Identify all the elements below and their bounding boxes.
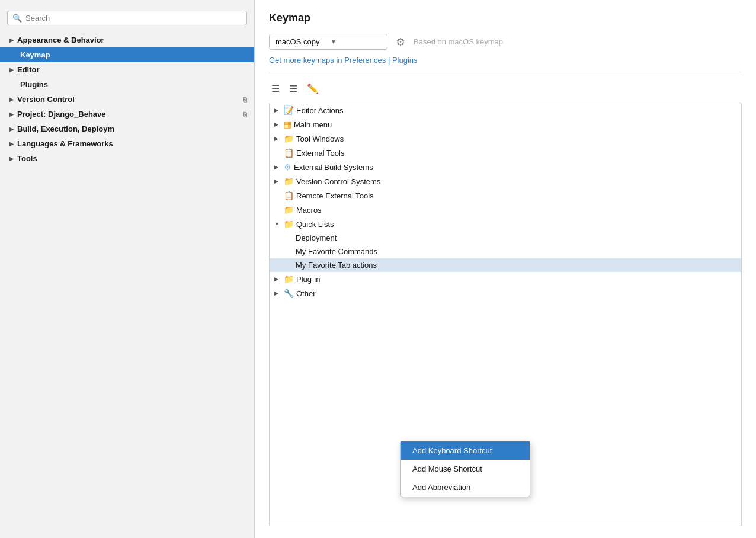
tree-item-label: External Build Systems (294, 163, 373, 172)
page-title: Keymap (269, 12, 742, 24)
keymap-controls: macOS copy ▼ ⚙ Based on macOS keymap (269, 34, 742, 50)
collapse-all-button[interactable]: ☰ (287, 82, 300, 95)
context-menu-item-add-abbreviation[interactable]: Add Abbreviation (401, 478, 530, 497)
collapse-all-icon: ☰ (289, 83, 297, 94)
sidebar-item-label: Languages & Frameworks (17, 139, 113, 148)
context-menu-item-add-keyboard[interactable]: Add Keyboard Shortcut (401, 441, 530, 460)
tree-items: ▶📝Editor Actions▶▦Main menu▶📁Tool Window… (270, 103, 741, 300)
sidebar-item-project[interactable]: ▶Project: Django_Behave⎘ (0, 107, 254, 121)
chevron-icon: ▶ (274, 121, 281, 127)
chevron-right-icon: ▶ (9, 111, 14, 117)
tree-item-editor-actions[interactable]: ▶📝Editor Actions (270, 103, 741, 117)
sidebar-item-label: Tools (17, 154, 37, 163)
toolbar: ☰ ☰ ✏️ (269, 79, 742, 98)
gear-button[interactable]: ⚙ (395, 34, 406, 50)
tree-item-label: Version Control Systems (296, 177, 380, 186)
sidebar-item-build[interactable]: ▶Build, Execution, Deploym (0, 121, 254, 136)
sidebar-items: ▶Appearance & BehaviorKeymap▶EditorPlugi… (0, 33, 254, 166)
sidebar-item-label: Project: Django_Behave (17, 110, 106, 119)
edit-icon: ✏️ (307, 83, 319, 94)
tree-item-label: Editor Actions (296, 106, 344, 115)
search-bar[interactable]: 🔍 (7, 11, 247, 25)
edit-button[interactable]: ✏️ (305, 82, 321, 95)
separator: | (388, 56, 392, 65)
chevron-icon: ▶ (274, 107, 281, 113)
sidebar-item-label: Editor (17, 65, 40, 74)
tree-item-main-menu[interactable]: ▶▦Main menu (270, 117, 741, 132)
expand-all-button[interactable]: ☰ (269, 82, 282, 95)
sidebar-item-languages[interactable]: ▶Languages & Frameworks (0, 136, 254, 151)
sidebar-item-editor[interactable]: ▶Editor (0, 62, 254, 77)
folder-icon: 📋 (284, 148, 294, 158)
tree-item-label: My Favorite Commands (296, 247, 377, 256)
tree-item-label: Other (296, 289, 316, 298)
sidebar: 🔍 ▶Appearance & BehaviorKeymap▶EditorPlu… (0, 0, 255, 538)
tree-item-my-favorite-commands[interactable]: My Favorite Commands (270, 245, 741, 258)
folder-icon: 🔧 (284, 289, 294, 298)
tree-item-external-tools[interactable]: 📋External Tools (270, 146, 741, 160)
sidebar-item-version-control[interactable]: ▶Version Control⎘ (0, 92, 254, 107)
divider (269, 73, 742, 73)
tree-item-label: Deployment (296, 233, 337, 242)
copy-icon: ⎘ (243, 111, 247, 118)
chevron-icon: ▶ (274, 164, 281, 170)
keymap-dropdown[interactable]: macOS copy ▼ (269, 34, 387, 50)
folder-icon: 📁 (284, 177, 294, 186)
keymap-dropdown-value: macOS copy (276, 37, 326, 46)
tree-item-remote-external[interactable]: 📋Remote External Tools (270, 188, 741, 203)
tree-item-other[interactable]: ▶🔧Other (270, 286, 741, 300)
context-menu-items: Add Keyboard ShortcutAdd Mouse ShortcutA… (401, 441, 530, 497)
sidebar-item-label: Build, Execution, Deploym (17, 124, 114, 133)
sidebar-item-label: Plugins (20, 80, 48, 89)
tree-item-label: Quick Lists (296, 220, 334, 229)
folder-icon: 📋 (284, 191, 294, 200)
folder-icon: 📁 (284, 219, 294, 229)
folder-icon: 📝 (284, 105, 294, 115)
chevron-down-icon: ▼ (331, 39, 381, 45)
tree-view: ▶📝Editor Actions▶▦Main menu▶📁Tool Window… (269, 103, 742, 526)
sidebar-item-tools[interactable]: ▶Tools (0, 151, 254, 166)
chevron-icon: ▶ (274, 136, 281, 142)
tree-item-tool-windows[interactable]: ▶📁Tool Windows (270, 132, 741, 146)
chevron-icon: ▶ (274, 178, 281, 184)
chevron-icon: ▶ (274, 276, 281, 282)
chevron-right-icon: ▶ (9, 67, 14, 73)
main-content: Keymap macOS copy ▼ ⚙ Based on macOS key… (255, 0, 756, 538)
tree-item-label: Main menu (294, 120, 332, 129)
keymaps-link: Get more keymaps in Preferences | Plugin… (269, 56, 742, 65)
chevron-right-icon: ▶ (9, 156, 14, 162)
sidebar-item-appearance[interactable]: ▶Appearance & Behavior (0, 33, 254, 47)
tree-item-version-control-systems[interactable]: ▶📁Version Control Systems (270, 174, 741, 188)
tree-item-label: Plug-in (296, 275, 320, 284)
tree-item-deployment[interactable]: Deployment (270, 231, 741, 245)
plugins-link[interactable]: Plugins (392, 56, 418, 65)
context-menu-item-add-mouse[interactable]: Add Mouse Shortcut (401, 460, 530, 478)
tree-item-label: Tool Windows (296, 134, 344, 143)
tree-item-macros[interactable]: 📁Macros (270, 203, 741, 217)
context-menu: Add Keyboard ShortcutAdd Mouse ShortcutA… (400, 441, 530, 497)
get-more-keymaps-link[interactable]: Get more keymaps in Preferences (269, 56, 386, 65)
chevron-right-icon: ▶ (9, 126, 14, 132)
tree-item-plug-in[interactable]: ▶📁Plug-in (270, 272, 741, 286)
folder-icon: 📁 (284, 205, 294, 214)
sidebar-item-plugins[interactable]: Plugins (0, 77, 254, 92)
folder-icon: ⚙ (284, 162, 291, 172)
sidebar-item-keymap[interactable]: Keymap (0, 47, 254, 62)
tree-item-external-build[interactable]: ▶⚙External Build Systems (270, 160, 741, 174)
chevron-right-icon: ▶ (9, 141, 14, 147)
chevron-icon: ▼ (274, 221, 281, 227)
tree-item-my-favorite-tab-actions[interactable]: My Favorite Tab actions (270, 258, 741, 272)
tree-item-quick-lists[interactable]: ▼📁Quick Lists (270, 217, 741, 231)
search-input[interactable] (25, 14, 242, 23)
sidebar-item-label: Keymap (20, 50, 50, 59)
sidebar-item-label: Appearance & Behavior (17, 36, 104, 44)
copy-icon: ⎘ (243, 96, 247, 103)
sidebar-item-label: Version Control (17, 95, 75, 104)
folder-icon: 📁 (284, 134, 294, 143)
expand-all-icon: ☰ (271, 83, 280, 94)
tree-item-label: My Favorite Tab actions (296, 261, 377, 270)
based-on-label: Based on macOS keymap (414, 37, 503, 46)
folder-icon: ▦ (284, 120, 291, 129)
tree-item-label: External Tools (296, 149, 344, 158)
chevron-right-icon: ▶ (9, 97, 14, 103)
